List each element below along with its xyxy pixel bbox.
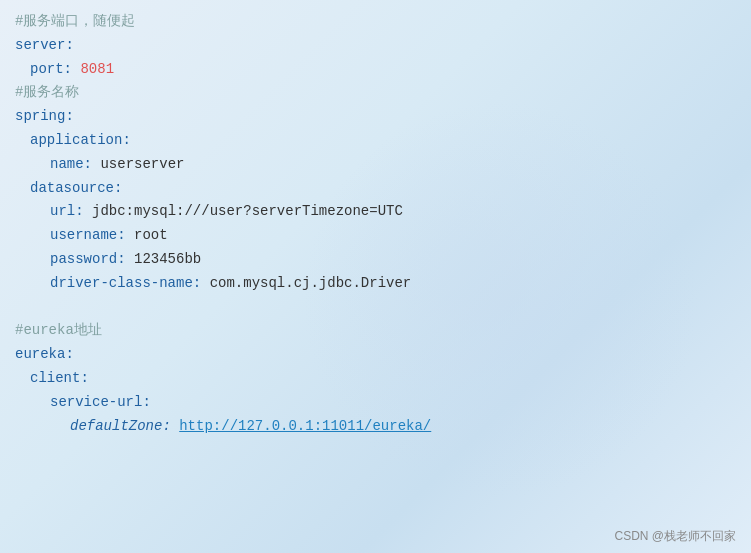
value-port: 8081 [80, 58, 114, 82]
footer-text: CSDN @栈老师不回家 [614, 529, 736, 543]
line-3: port: 8081 [0, 58, 751, 82]
value-password: 123456bb [134, 248, 201, 272]
key-application: application: [30, 129, 131, 153]
key-eureka: eureka: [15, 343, 74, 367]
line-17: defaultZone: http://127.0.0.1:11011/eure… [0, 415, 751, 439]
key-defaultzone: defaultZone: [70, 415, 179, 439]
key-name: name: [50, 153, 100, 177]
line-7: name: userserver [0, 153, 751, 177]
value-name: userserver [100, 153, 184, 177]
key-datasource: datasource: [30, 177, 122, 201]
line-5: spring: [0, 105, 751, 129]
line-4: #服务名称 [0, 81, 751, 105]
footer-credit: CSDN @栈老师不回家 [614, 528, 736, 545]
line-6: application: [0, 129, 751, 153]
line-15: client: [0, 367, 751, 391]
comment-server-port: #服务端口，随便起 [15, 10, 135, 34]
line-9: url: jdbc:mysql:///user?serverTimezone=U… [0, 200, 751, 224]
key-service-url: service-url: [50, 391, 151, 415]
key-username: username: [50, 224, 134, 248]
line-2: server: [0, 34, 751, 58]
line-1: #服务端口，随便起 [0, 10, 751, 34]
value-driver: com.mysql.cj.jdbc.Driver [210, 272, 412, 296]
value-defaultzone: http://127.0.0.1:11011/eureka/ [179, 415, 431, 439]
value-url: jdbc:mysql:///user?serverTimezone=UTC [92, 200, 403, 224]
value-username: root [134, 224, 168, 248]
comment-eureka: #eureka地址 [15, 319, 102, 343]
code-block: #服务端口，随便起 server: port: 8081 #服务名称 sprin… [0, 0, 751, 448]
comment-service-name: #服务名称 [15, 81, 79, 105]
key-driver: driver-class-name: [50, 272, 210, 296]
line-11: password: 123456bb [0, 248, 751, 272]
key-url: url: [50, 200, 92, 224]
line-10: username: root [0, 224, 751, 248]
line-16: service-url: [0, 391, 751, 415]
key-client: client: [30, 367, 89, 391]
line-13: #eureka地址 [0, 319, 751, 343]
key-password: password: [50, 248, 134, 272]
line-8: datasource: [0, 177, 751, 201]
line-12: driver-class-name: com.mysql.cj.jdbc.Dri… [0, 272, 751, 296]
key-spring: spring: [15, 105, 74, 129]
line-empty [0, 296, 751, 320]
key-server: server: [15, 34, 74, 58]
line-14: eureka: [0, 343, 751, 367]
key-port: port: [30, 58, 80, 82]
